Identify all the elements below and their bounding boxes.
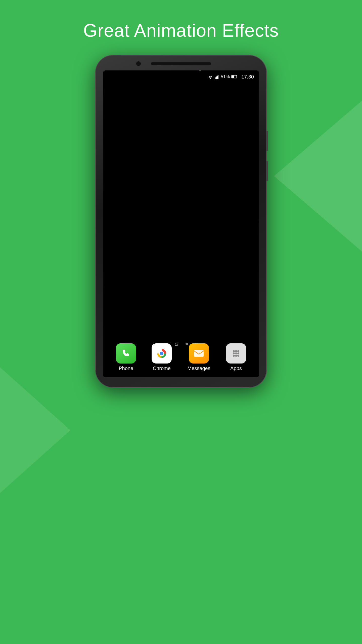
messages-app-icon[interactable] — [189, 343, 209, 364]
svg-rect-2 — [217, 76, 218, 79]
phone-shell: 51% 17:30 ≡ ⌂ — [96, 55, 266, 387]
phone-icon-svg — [120, 348, 131, 359]
app-dock: Phone — [103, 337, 259, 377]
phone-app-label: Phone — [119, 366, 133, 371]
chrome-app-label: Chrome — [153, 366, 171, 371]
page-title: Great Animation Effects — [0, 20, 362, 41]
chrome-app-icon[interactable] — [152, 343, 172, 364]
apps-icon-svg — [230, 348, 242, 359]
phone-app-icon[interactable] — [116, 343, 136, 364]
svg-point-11 — [235, 350, 237, 352]
matrix-canvas — [103, 70, 259, 377]
apps-app-icon[interactable] — [226, 343, 246, 364]
bg-decoration-left — [0, 367, 70, 493]
svg-point-12 — [237, 350, 239, 352]
svg-point-8 — [160, 352, 163, 355]
wifi-icon — [208, 75, 213, 79]
phone-volume-up — [266, 131, 268, 151]
status-icons: 51% 17:30 — [208, 74, 254, 80]
svg-rect-5 — [232, 75, 234, 78]
dock-item-phone[interactable]: Phone — [116, 343, 136, 371]
svg-point-10 — [233, 350, 235, 352]
phone-mockup: 51% 17:30 ≡ ⌂ — [96, 55, 266, 387]
chrome-icon-svg — [155, 346, 169, 360]
phone-speaker — [151, 62, 211, 65]
status-bar: 51% 17:30 — [103, 70, 259, 83]
svg-rect-9 — [194, 350, 204, 357]
svg-point-13 — [233, 352, 235, 354]
matrix-wallpaper — [103, 70, 259, 377]
svg-point-15 — [237, 352, 239, 354]
bg-decoration-right — [274, 101, 362, 252]
apps-app-label: Apps — [230, 366, 242, 371]
messages-icon-svg — [193, 348, 205, 359]
svg-rect-1 — [216, 76, 217, 79]
dock-item-chrome[interactable]: Chrome — [152, 343, 172, 371]
svg-point-14 — [235, 352, 237, 354]
battery-icon — [231, 75, 238, 79]
phone-volume-down — [266, 161, 268, 181]
signal-icon — [215, 75, 219, 79]
battery-percent: 51% — [221, 74, 230, 79]
messages-app-label: Messages — [188, 366, 210, 371]
phone-screen: 51% 17:30 ≡ ⌂ — [103, 70, 259, 377]
svg-point-16 — [233, 355, 235, 357]
svg-rect-3 — [218, 75, 219, 79]
status-time: 17:30 — [241, 74, 254, 80]
svg-rect-0 — [215, 77, 216, 79]
svg-point-18 — [237, 355, 239, 357]
phone-camera — [136, 61, 141, 66]
dock-item-apps[interactable]: Apps — [226, 343, 246, 371]
svg-point-17 — [235, 355, 237, 357]
dock-item-messages[interactable]: Messages — [188, 343, 210, 371]
